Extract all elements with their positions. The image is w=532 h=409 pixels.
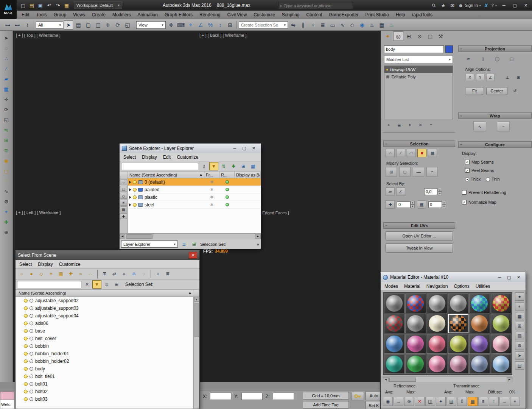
projection-rollout[interactable]: − Projection [458, 45, 532, 52]
x-coordinate-field[interactable] [210, 393, 231, 400]
expand-arrow-icon[interactable] [129, 203, 131, 206]
menu-item[interactable]: Civil View [224, 12, 250, 17]
object-list-item[interactable]: base [16, 327, 193, 335]
menu-item[interactable]: Print Studio [362, 12, 392, 17]
configure-modifier-sets-icon[interactable]: ≡ [426, 121, 436, 129]
material-sample-slot[interactable] [448, 354, 468, 374]
remove-modifier-icon[interactable]: ✕ [416, 121, 425, 129]
material-sample-slot[interactable] [405, 334, 426, 354]
box-primitive-icon[interactable]: ▢ [2, 167, 11, 175]
render-setup-icon[interactable]: ♨ [367, 20, 376, 30]
scroll-left-icon[interactable]: ◀ [383, 377, 389, 382]
viewport-label[interactable]: [ + ] [ Top ] [ Wireframe ] [16, 33, 60, 37]
menu-item[interactable]: Rendering [196, 12, 224, 17]
checkbox[interactable]: ✓ [465, 168, 470, 173]
close-button[interactable]: ✕ [189, 252, 197, 259]
lock-cell-editing-icon[interactable]: ⚷ [199, 162, 208, 170]
layer-explorer-toggle-icon[interactable]: ≣ [318, 20, 327, 30]
tweak-in-view-button[interactable]: Tweak In View [386, 244, 453, 253]
scene-explorer-search-input[interactable] [121, 163, 198, 170]
display-xrefs-icon[interactable]: ⇄ [110, 270, 119, 278]
selection-lock-toggle[interactable] [351, 392, 364, 400]
window-crossing-icon[interactable]: ◫ [93, 20, 103, 30]
material-sample-slot[interactable] [427, 354, 447, 374]
object-list-item[interactable]: bobbin_holder01 [16, 350, 193, 357]
material-sample-slot[interactable] [448, 293, 468, 313]
radio-row[interactable]: Thin [486, 177, 499, 181]
minimize-button[interactable]: ─ [495, 274, 504, 281]
show-map-in-viewport-icon[interactable]: ▦ [468, 397, 478, 406]
clear-search-icon[interactable]: ✕ [82, 280, 92, 289]
frozen-icon[interactable]: ✻ [204, 195, 219, 199]
checkbox[interactable] [462, 190, 467, 195]
material-sample-slot[interactable] [384, 314, 404, 334]
favorites-star-icon[interactable]: ★ [439, 1, 448, 9]
material-sample-slot[interactable] [491, 293, 511, 313]
material-id-spinner[interactable]: 0 [428, 201, 446, 208]
display-particle-systems-icon[interactable]: ∴ [86, 270, 95, 278]
visibility-bulb-icon[interactable] [24, 359, 28, 363]
visibility-bulb-icon[interactable] [24, 329, 28, 333]
keyword-search-box[interactable]: ▸ [278, 2, 353, 9]
material-editor-icon[interactable]: ◉ [358, 20, 367, 30]
sort-hierarchy-icon[interactable]: ⊞ [190, 240, 199, 248]
make-unique-icon[interactable]: ✦ [436, 397, 446, 406]
chevron-more-icon[interactable]: » [257, 242, 259, 247]
checkbox[interactable]: ✓ [465, 160, 470, 164]
modifier-toggle-icon[interactable]: ▦ [386, 75, 389, 79]
sphere-primitive-icon[interactable]: ○ [2, 177, 11, 186]
display-cameras-icon[interactable]: ▦ [120, 206, 127, 212]
layer-row[interactable]: painted ✻ [128, 186, 261, 194]
utilities-tab[interactable]: ⚒ [436, 31, 446, 41]
material-sample-slot[interactable] [405, 293, 426, 313]
search-input[interactable] [284, 3, 351, 8]
object-list-item[interactable]: bolt_tie01 [16, 373, 193, 380]
menu-item[interactable]: Tools [33, 12, 50, 17]
make-material-copy-icon[interactable]: ◫ [425, 397, 435, 406]
visibility-bulb-icon[interactable] [133, 203, 137, 207]
align-icon[interactable]: ∥ [299, 20, 308, 30]
sample-scrollbar[interactable]: ◀ ▶ [383, 376, 512, 382]
point-wrap-icon[interactable]: ≈ [497, 122, 510, 131]
layer-row[interactable]: steel ✻ [128, 201, 261, 209]
display-cameras-icon[interactable]: ▦ [56, 270, 65, 278]
explorer-mode-dropdown[interactable]: Layer Explorer [121, 240, 178, 248]
visibility-bulb-icon[interactable] [24, 352, 28, 356]
scene-explorer-title-bar[interactable]: Scene Explorer - Layer Explorer ─▢✕ [120, 144, 261, 153]
material-editor-title-bar[interactable]: Material Editor - Material #10 ─▢✕ [381, 272, 526, 282]
listener-macro-row[interactable] [0, 392, 14, 400]
menu-item[interactable]: Group [50, 12, 70, 17]
object-list-item[interactable]: adjustable_support02 [16, 297, 193, 304]
visibility-bulb-icon[interactable] [24, 390, 28, 393]
add-time-tag[interactable]: Add Time Tag [303, 401, 349, 409]
put-material-to-scene-icon[interactable]: → [394, 397, 403, 406]
vertex-mode-icon[interactable]: ∴ [386, 149, 395, 157]
select-and-rotate-icon[interactable]: ⟳ [113, 20, 122, 30]
rectangular-selection-region-icon[interactable]: ▢ [84, 20, 93, 30]
menu-item[interactable]: Select [120, 155, 139, 160]
cylindrical-map-icon[interactable]: ▯ [477, 54, 488, 63]
display-shapes-icon[interactable]: ◇ [120, 193, 127, 199]
mirror-icon[interactable]: ⇋ [289, 20, 298, 30]
display-tab[interactable]: ▢ [425, 31, 435, 41]
planar-map-icon[interactable]: ▱ [463, 54, 474, 63]
list-view-icon[interactable]: ≡ [153, 270, 162, 278]
material-sample-slot[interactable] [427, 293, 447, 313]
title-bar[interactable]: ▢▤▣↶↷▦ Workspace: Default Autodesk 3ds M… [0, 0, 532, 11]
modifier-stack-row[interactable]: ▦ Editable Poly [384, 73, 453, 80]
show-end-result-icon[interactable]: ≡ [478, 397, 488, 406]
frozen-icon[interactable]: ✻ [204, 180, 219, 184]
object-list-item[interactable]: bobbin_holder02 [16, 357, 193, 365]
object-list-item[interactable]: body [16, 365, 193, 373]
material-sample-slot[interactable] [405, 354, 426, 374]
menu-item[interactable]: Edit [18, 12, 33, 17]
select-and-move-icon[interactable]: ✛ [103, 20, 112, 30]
select-and-link-icon[interactable]: ⊶ [3, 20, 12, 30]
object-name-field[interactable]: body [384, 45, 444, 53]
align-to-view-icon[interactable]: ⊥ [503, 73, 512, 81]
vertex-icon[interactable]: ∴ [2, 54, 11, 63]
visibility-bulb-icon[interactable] [24, 314, 28, 318]
element-icon[interactable]: ▦ [2, 85, 11, 94]
menu-item[interactable]: Modifiers [109, 12, 134, 17]
visibility-bulb-icon[interactable] [24, 367, 28, 371]
